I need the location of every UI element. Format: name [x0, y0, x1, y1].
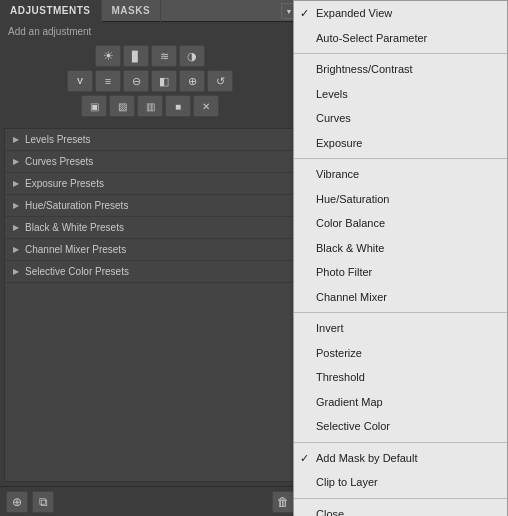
brightness-contrast-icon[interactable]: [95, 45, 121, 67]
preset-item[interactable]: ▶Black & White Presets: [5, 217, 295, 239]
hue-saturation-icon[interactable]: [95, 70, 121, 92]
menu-item-black-white[interactable]: Black & White: [294, 236, 507, 261]
posterize-icon[interactable]: [109, 95, 135, 117]
menu-item-hue-saturation[interactable]: Hue/Saturation: [294, 187, 507, 212]
preset-item[interactable]: ▶Hue/Saturation Presets: [5, 195, 295, 217]
preset-item[interactable]: ▶Curves Presets: [5, 151, 295, 173]
menu-item-levels[interactable]: Levels: [294, 82, 507, 107]
menu-item-invert[interactable]: Invert: [294, 316, 507, 341]
tab-adjustments[interactable]: ADJUSTMENTS: [0, 0, 102, 22]
preset-item[interactable]: ▶Channel Mixer Presets: [5, 239, 295, 261]
menu-item-clip-to-layer[interactable]: Clip to Layer: [294, 470, 507, 495]
bottom-toolbar: ⊕ ⧉ 🗑: [0, 486, 300, 516]
menu-item-gradient-map[interactable]: Gradient Map: [294, 390, 507, 415]
menu-item-expanded-view[interactable]: Expanded View: [294, 1, 507, 26]
tab-masks[interactable]: MASKS: [102, 0, 162, 22]
channel-mixer-icon[interactable]: [207, 70, 233, 92]
add-adjustment-label: Add an adjustment: [0, 22, 300, 41]
vibrance-icon[interactable]: [67, 70, 93, 92]
preset-item[interactable]: ▶Exposure Presets: [5, 173, 295, 195]
menu-item-vibrance[interactable]: Vibrance: [294, 162, 507, 187]
black-white-icon[interactable]: [151, 70, 177, 92]
adjustments-panel: ADJUSTMENTS MASKS Add an adjustment: [0, 0, 300, 516]
adjustment-icons-area: [0, 41, 300, 124]
selective-color-icon[interactable]: [193, 95, 219, 117]
menu-item-posterize[interactable]: Posterize: [294, 341, 507, 366]
menu-item-photo-filter[interactable]: Photo Filter: [294, 260, 507, 285]
menu-item-auto-select[interactable]: Auto-Select Parameter: [294, 26, 507, 51]
menu-item-close[interactable]: Close: [294, 502, 507, 517]
menu-item-brightness[interactable]: Brightness/Contrast: [294, 57, 507, 82]
menu-item-color-balance[interactable]: Color Balance: [294, 211, 507, 236]
gradient-map-icon[interactable]: [165, 95, 191, 117]
menu-item-add-mask[interactable]: Add Mask by Default: [294, 446, 507, 471]
threshold-icon[interactable]: [137, 95, 163, 117]
invert-icon[interactable]: [81, 95, 107, 117]
exposure-icon[interactable]: [179, 45, 205, 67]
panel-dropdown-menu: Expanded ViewAuto-Select ParameterBright…: [293, 0, 508, 516]
delete-button[interactable]: 🗑: [272, 491, 294, 513]
icon-row-1: [8, 45, 292, 67]
menu-separator: [294, 158, 507, 159]
preset-item[interactable]: ▶Selective Color Presets: [5, 261, 295, 283]
menu-separator: [294, 442, 507, 443]
levels-icon[interactable]: [123, 45, 149, 67]
preset-item[interactable]: ▶Levels Presets: [5, 129, 295, 151]
tabs-row: ADJUSTMENTS MASKS: [0, 0, 300, 22]
curves-icon[interactable]: [151, 45, 177, 67]
menu-item-threshold[interactable]: Threshold: [294, 365, 507, 390]
menu-separator: [294, 498, 507, 499]
menu-item-exposure[interactable]: Exposure: [294, 131, 507, 156]
menu-separator: [294, 312, 507, 313]
presets-list: ▶Levels Presets▶Curves Presets▶Exposure …: [4, 128, 296, 482]
icon-row-3: [8, 95, 292, 117]
icon-row-2: [8, 70, 292, 92]
duplicate-button[interactable]: ⧉: [32, 491, 54, 513]
menu-item-curves[interactable]: Curves: [294, 106, 507, 131]
photo-filter-icon[interactable]: [179, 70, 205, 92]
color-balance-icon[interactable]: [123, 70, 149, 92]
new-layer-button[interactable]: ⊕: [6, 491, 28, 513]
menu-item-channel-mixer[interactable]: Channel Mixer: [294, 285, 507, 310]
menu-separator: [294, 53, 507, 54]
menu-item-selective-color[interactable]: Selective Color: [294, 414, 507, 439]
